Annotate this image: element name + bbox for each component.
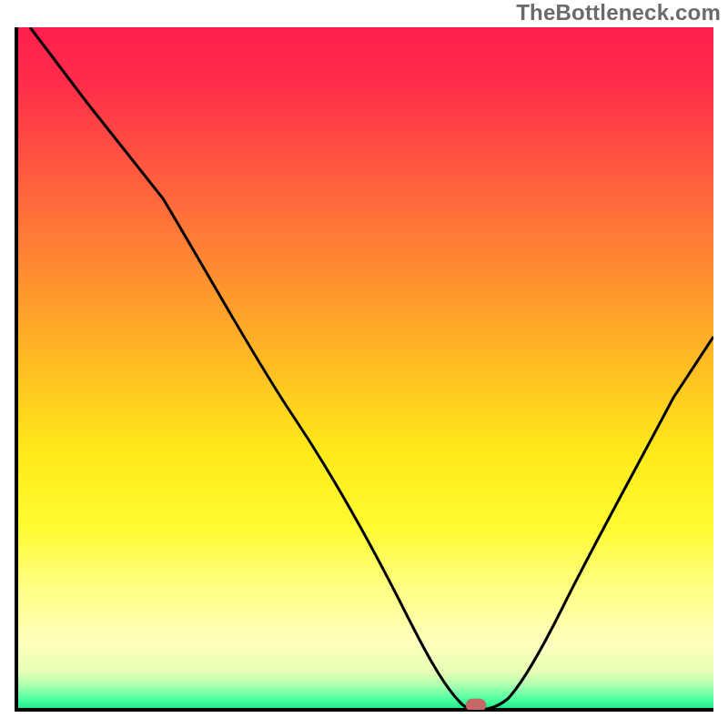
watermark-label: TheBottleneck.com [516,0,721,25]
chart-background [16,27,713,710]
optimal-marker [466,699,486,712]
bottleneck-chart [0,0,728,728]
chart-container: TheBottleneck.com [0,0,728,728]
